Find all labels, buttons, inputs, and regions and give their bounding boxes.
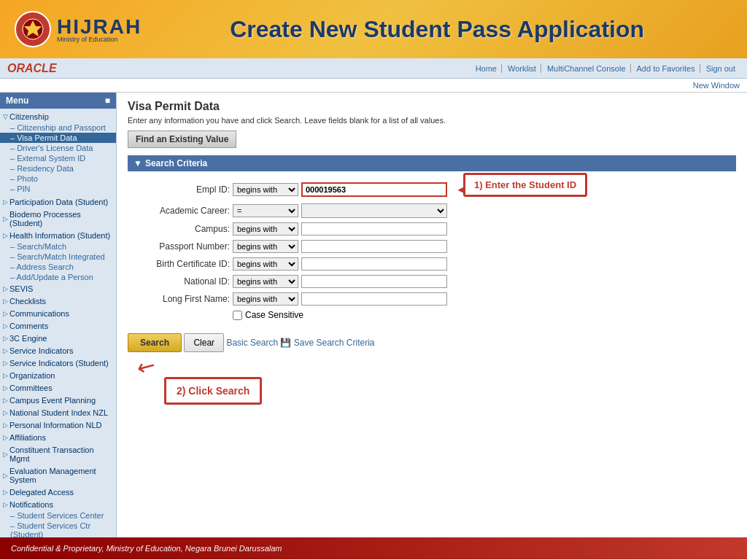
birth-cert-value bbox=[301, 257, 447, 271]
sidebar-item-search-match-integrated[interactable]: – Search/Match Integrated bbox=[0, 252, 116, 262]
sidebar-item-constituent[interactable]: ▷ Constituent Transaction Mgmt bbox=[0, 443, 116, 464]
sidebar-item-delegated[interactable]: ▷ Delegated Access bbox=[0, 486, 116, 498]
oracle-nav-bar: ORACLE Home Worklist MultiChannel Consol… bbox=[0, 58, 747, 79]
passport-operator-select[interactable]: begins with = bbox=[233, 240, 298, 253]
sidebar-item-citizenship-passport[interactable]: – Citizenship and Passport bbox=[0, 122, 116, 133]
sidebar-item-drivers-license[interactable]: – Driver's License Data bbox=[0, 143, 116, 153]
sidebar-item-external-system[interactable]: – External System ID bbox=[0, 153, 116, 163]
expand-icon: ▷ bbox=[3, 397, 8, 404]
save-search-link[interactable]: Save Search Criteria bbox=[294, 338, 375, 348]
academic-career-select[interactable] bbox=[301, 203, 447, 218]
sidebar-item-checklists[interactable]: ▷ Checklists bbox=[0, 295, 116, 307]
birth-cert-row: Birth Certificate ID: begins with = bbox=[128, 257, 736, 271]
expand-icon: ▷ bbox=[3, 489, 8, 496]
new-window-link[interactable]: New Window bbox=[693, 81, 740, 90]
empl-id-value-container bbox=[301, 182, 447, 197]
sidebar-item-residency-data[interactable]: – Residency Data bbox=[0, 163, 116, 174]
sidebar-item-participation[interactable]: ▷ Participation Data (Student) bbox=[0, 195, 116, 208]
sidebar-item-pin[interactable]: – PIN bbox=[0, 184, 116, 194]
sidebar-item-service-indicators-student[interactable]: ▷ Service Indicators (Student) bbox=[0, 357, 116, 369]
empl-id-operator-select[interactable]: begins with = contains bbox=[233, 183, 298, 196]
sidebar-item-student-services-center[interactable]: – Student Services Center bbox=[0, 510, 116, 521]
new-window-bar: New Window bbox=[0, 79, 747, 93]
sidebar-item-citizenship[interactable]: ▽ Citizenship bbox=[0, 110, 116, 122]
find-existing-button[interactable]: Find an Existing Value bbox=[128, 131, 236, 148]
nav-multichannel[interactable]: MultiChannel Console bbox=[543, 64, 631, 73]
sidebar-item-visa-permit[interactable]: – Visa Permit Data bbox=[0, 133, 116, 143]
logo-sub: Ministry of Education bbox=[57, 36, 142, 43]
campus-label: Campus: bbox=[128, 224, 230, 234]
national-id-operator-select[interactable]: begins with = bbox=[233, 275, 298, 288]
passport-operator: begins with = bbox=[233, 240, 298, 253]
expand-icon: ▷ bbox=[3, 451, 8, 458]
expand-icon: ▷ bbox=[3, 372, 8, 379]
sidebar-item-comments[interactable]: ▷ Comments bbox=[0, 319, 116, 332]
expand-icon: ▷ bbox=[3, 434, 8, 441]
sidebar-item-3c-engine[interactable]: ▷ 3C Engine bbox=[0, 332, 116, 344]
oracle-logo: ORACLE bbox=[7, 62, 57, 75]
step2-callout: 2) Click Search bbox=[164, 377, 262, 405]
sidebar-item-health[interactable]: ▷ Health Information (Student) bbox=[0, 229, 116, 241]
sidebar-item-evaluation[interactable]: ▷ Evaluation Management System bbox=[0, 464, 116, 486]
campus-operator-select[interactable]: begins with = bbox=[233, 222, 298, 236]
sidebar-item-add-update[interactable]: – Add/Update a Person bbox=[0, 272, 116, 282]
long-first-name-operator-select[interactable]: begins with = bbox=[233, 292, 298, 306]
sidebar-item-address-search[interactable]: – Address Search bbox=[0, 262, 116, 272]
sidebar-item-committees[interactable]: ▷ Committees bbox=[0, 381, 116, 394]
nav-worklist[interactable]: Worklist bbox=[503, 64, 541, 73]
sidebar-title: Menu bbox=[6, 96, 28, 106]
passport-input[interactable] bbox=[301, 240, 447, 253]
sidebar-item-campus-event[interactable]: ▷ Campus Event Planning bbox=[0, 394, 116, 406]
sidebar-item-service-indicators[interactable]: ▷ Service Indicators bbox=[0, 344, 116, 357]
sidebar-item-national-student[interactable]: ▷ National Student Index NZL bbox=[0, 406, 116, 419]
campus-input[interactable] bbox=[301, 222, 447, 236]
sidebar-item-biodemo[interactable]: ▷ Biodemo Processes (Student) bbox=[0, 208, 116, 229]
sidebar-item-communications[interactable]: ▷ Communications bbox=[0, 307, 116, 319]
collapse-triangle-icon: ▼ bbox=[133, 158, 142, 168]
expand-icon: ▷ bbox=[3, 501, 8, 508]
case-sensitive-row: Case Sensitive bbox=[128, 310, 736, 320]
sidebar-section-citizenship: ▽ Citizenship – Citizenship and Passport… bbox=[0, 109, 116, 195]
expand-icon: ▷ bbox=[3, 409, 8, 416]
national-id-input[interactable] bbox=[301, 275, 447, 288]
expand-icon: ▷ bbox=[3, 198, 8, 206]
long-first-name-operator: begins with = bbox=[233, 292, 298, 306]
birth-cert-input[interactable] bbox=[301, 257, 447, 271]
clear-button[interactable]: Clear bbox=[184, 333, 224, 352]
case-sensitive-checkbox[interactable] bbox=[233, 311, 242, 320]
expand-icon: ▷ bbox=[3, 215, 8, 222]
sidebar-item-photo[interactable]: – Photo bbox=[0, 174, 116, 184]
empl-id-input[interactable] bbox=[301, 182, 447, 197]
expand-icon: ▷ bbox=[3, 285, 8, 292]
birth-cert-operator: begins with = bbox=[233, 257, 298, 271]
sidebar-item-student-services-ctr[interactable]: – Student Services Ctr (Student) bbox=[0, 521, 116, 537]
passport-value bbox=[301, 240, 447, 253]
expand-icon: ▷ bbox=[3, 384, 8, 392]
birth-cert-operator-select[interactable]: begins with = bbox=[233, 257, 298, 271]
academic-career-value bbox=[301, 203, 447, 218]
academic-career-row: Academic Career: = begins with bbox=[128, 203, 736, 218]
basic-search-link[interactable]: Basic Search bbox=[226, 338, 278, 348]
expand-icon: ▷ bbox=[3, 359, 8, 367]
nav-favorites[interactable]: Add to Favorites bbox=[632, 64, 700, 73]
step1-callout: 1) Enter the Student ID bbox=[463, 173, 587, 197]
expand-icon: ▷ bbox=[3, 298, 8, 305]
sidebar-collapse-icon[interactable]: ■ bbox=[105, 96, 110, 106]
sidebar-item-notifications[interactable]: ▷ Notifications bbox=[0, 498, 116, 510]
expand-icon: ▷ bbox=[3, 232, 8, 239]
sidebar-item-sevis[interactable]: ▷ SEVIS bbox=[0, 282, 116, 295]
campus-row: Campus: begins with = bbox=[128, 222, 736, 236]
sidebar-item-affiliations[interactable]: ▷ Affiliations bbox=[0, 431, 116, 443]
expand-icon: ▷ bbox=[3, 421, 8, 429]
academic-career-operator-select[interactable]: = begins with bbox=[233, 204, 298, 217]
sidebar-item-organization[interactable]: ▷ Organization bbox=[0, 369, 116, 381]
sidebar-item-personal-info[interactable]: ▷ Personal Information NLD bbox=[0, 419, 116, 431]
search-button[interactable]: Search bbox=[128, 333, 182, 352]
nav-signout[interactable]: Sign out bbox=[702, 64, 740, 73]
nav-home[interactable]: Home bbox=[471, 64, 502, 73]
sidebar-item-search-match[interactable]: – Search/Match bbox=[0, 241, 116, 252]
long-first-name-input[interactable] bbox=[301, 292, 447, 306]
national-id-operator: begins with = bbox=[233, 275, 298, 288]
content-area: Visa Permit Data Enter any information y… bbox=[117, 93, 747, 537]
empl-id-row: Empl ID: begins with = contains ◄ bbox=[128, 180, 736, 199]
